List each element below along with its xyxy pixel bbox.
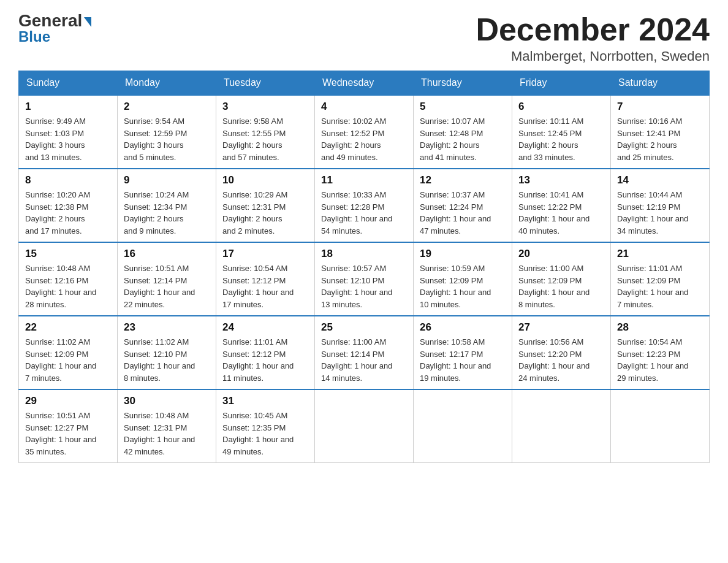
calendar-cell: 15Sunrise: 10:48 AM Sunset: 12:16 PM Day… — [19, 242, 118, 316]
calendar-cell: 3Sunrise: 9:58 AM Sunset: 12:55 PM Dayli… — [216, 95, 315, 169]
day-number: 8 — [25, 174, 111, 186]
day-info: Sunrise: 10:29 AM Sunset: 12:31 PM Dayli… — [222, 189, 308, 237]
calendar-cell: 11Sunrise: 10:33 AM Sunset: 12:28 PM Day… — [315, 169, 414, 242]
day-number: 4 — [321, 101, 407, 113]
week-row-2: 8Sunrise: 10:20 AM Sunset: 12:38 PM Dayl… — [19, 169, 710, 242]
calendar-cell — [414, 389, 512, 463]
calendar-cell: 7Sunrise: 10:16 AM Sunset: 12:41 PM Dayl… — [611, 95, 710, 169]
day-number: 19 — [420, 248, 506, 260]
calendar-cell: 18Sunrise: 10:57 AM Sunset: 12:10 PM Day… — [315, 242, 414, 316]
day-info: Sunrise: 10:56 AM Sunset: 12:20 PM Dayli… — [518, 336, 604, 384]
day-info: Sunrise: 10:48 AM Sunset: 12:31 PM Dayli… — [124, 410, 210, 458]
calendar-cell: 30Sunrise: 10:48 AM Sunset: 12:31 PM Day… — [118, 389, 216, 463]
weekday-header-saturday: Saturday — [611, 71, 710, 96]
calendar-cell: 10Sunrise: 10:29 AM Sunset: 12:31 PM Day… — [216, 169, 315, 242]
day-info: Sunrise: 10:58 AM Sunset: 12:17 PM Dayli… — [420, 336, 506, 384]
calendar-cell: 13Sunrise: 10:41 AM Sunset: 12:22 PM Day… — [512, 169, 611, 242]
calendar-cell — [315, 389, 414, 463]
calendar-cell: 16Sunrise: 10:51 AM Sunset: 12:14 PM Day… — [118, 242, 216, 316]
week-row-5: 29Sunrise: 10:51 AM Sunset: 12:27 PM Day… — [19, 389, 710, 463]
day-number: 1 — [25, 101, 111, 113]
day-info: Sunrise: 9:49 AM Sunset: 1:03 PM Dayligh… — [25, 115, 111, 163]
calendar-cell: 14Sunrise: 10:44 AM Sunset: 12:19 PM Day… — [611, 169, 710, 242]
logo-line1: General — [18, 12, 91, 29]
calendar-cell — [512, 389, 611, 463]
day-info: Sunrise: 10:51 AM Sunset: 12:27 PM Dayli… — [25, 410, 111, 458]
calendar-cell: 25Sunrise: 11:00 AM Sunset: 12:14 PM Day… — [315, 316, 414, 389]
day-number: 22 — [25, 321, 111, 334]
day-number: 31 — [222, 395, 308, 407]
day-info: Sunrise: 10:16 AM Sunset: 12:41 PM Dayli… — [617, 115, 703, 163]
calendar-cell: 27Sunrise: 10:56 AM Sunset: 12:20 PM Day… — [512, 316, 611, 389]
day-number: 14 — [617, 174, 703, 186]
day-info: Sunrise: 10:11 AM Sunset: 12:45 PM Dayli… — [518, 115, 604, 163]
logo-line2: Blue — [18, 28, 50, 45]
day-number: 9 — [124, 174, 210, 186]
weekday-header-row: SundayMondayTuesdayWednesdayThursdayFrid… — [19, 71, 710, 96]
day-number: 10 — [222, 174, 308, 186]
calendar-cell: 1Sunrise: 9:49 AM Sunset: 1:03 PM Daylig… — [19, 95, 118, 169]
day-info: Sunrise: 10:57 AM Sunset: 12:10 PM Dayli… — [321, 262, 407, 310]
weekday-header-thursday: Thursday — [414, 71, 512, 96]
day-number: 25 — [321, 321, 407, 334]
day-number: 5 — [420, 101, 506, 113]
day-info: Sunrise: 10:45 AM Sunset: 12:35 PM Dayli… — [222, 410, 308, 458]
day-number: 3 — [222, 101, 308, 113]
day-info: Sunrise: 11:02 AM Sunset: 12:10 PM Dayli… — [124, 336, 210, 384]
week-row-4: 22Sunrise: 11:02 AM Sunset: 12:09 PM Day… — [19, 316, 710, 389]
day-info: Sunrise: 11:02 AM Sunset: 12:09 PM Dayli… — [25, 336, 111, 384]
calendar-cell: 2Sunrise: 9:54 AM Sunset: 12:59 PM Dayli… — [118, 95, 216, 169]
day-number: 17 — [222, 248, 308, 260]
calendar-cell: 23Sunrise: 11:02 AM Sunset: 12:10 PM Day… — [118, 316, 216, 389]
day-info: Sunrise: 11:00 AM Sunset: 12:09 PM Dayli… — [518, 262, 604, 310]
day-number: 2 — [124, 101, 210, 113]
day-number: 6 — [518, 101, 604, 113]
day-number: 13 — [518, 174, 604, 186]
day-number: 27 — [518, 321, 604, 334]
day-info: Sunrise: 10:07 AM Sunset: 12:48 PM Dayli… — [420, 115, 506, 163]
calendar-cell: 17Sunrise: 10:54 AM Sunset: 12:12 PM Day… — [216, 242, 315, 316]
day-info: Sunrise: 11:01 AM Sunset: 12:09 PM Dayli… — [617, 262, 703, 310]
calendar-cell: 9Sunrise: 10:24 AM Sunset: 12:34 PM Dayl… — [118, 169, 216, 242]
day-info: Sunrise: 10:44 AM Sunset: 12:19 PM Dayli… — [617, 189, 703, 237]
day-info: Sunrise: 10:59 AM Sunset: 12:09 PM Dayli… — [420, 262, 506, 310]
day-info: Sunrise: 10:48 AM Sunset: 12:16 PM Dayli… — [25, 262, 111, 310]
calendar-cell: 24Sunrise: 11:01 AM Sunset: 12:12 PM Day… — [216, 316, 315, 389]
calendar-cell: 5Sunrise: 10:07 AM Sunset: 12:48 PM Dayl… — [414, 95, 512, 169]
page-header: General Blue December 2024 Malmberget, N… — [18, 12, 710, 64]
weekday-header-monday: Monday — [118, 71, 216, 96]
calendar-cell: 19Sunrise: 10:59 AM Sunset: 12:09 PM Day… — [414, 242, 512, 316]
day-info: Sunrise: 10:41 AM Sunset: 12:22 PM Dayli… — [518, 189, 604, 237]
day-number: 15 — [25, 248, 111, 260]
day-number: 12 — [420, 174, 506, 186]
day-info: Sunrise: 10:51 AM Sunset: 12:14 PM Dayli… — [124, 262, 210, 310]
day-number: 16 — [124, 248, 210, 260]
logo: General Blue — [18, 12, 91, 45]
day-number: 30 — [124, 395, 210, 407]
day-info: Sunrise: 10:54 AM Sunset: 12:23 PM Dayli… — [617, 336, 703, 384]
day-number: 21 — [617, 248, 703, 260]
day-info: Sunrise: 10:20 AM Sunset: 12:38 PM Dayli… — [25, 189, 111, 237]
calendar-cell: 31Sunrise: 10:45 AM Sunset: 12:35 PM Day… — [216, 389, 315, 463]
calendar-cell: 4Sunrise: 10:02 AM Sunset: 12:52 PM Dayl… — [315, 95, 414, 169]
day-info: Sunrise: 9:58 AM Sunset: 12:55 PM Daylig… — [222, 115, 308, 163]
day-number: 24 — [222, 321, 308, 334]
month-title: December 2024 — [476, 12, 710, 47]
day-info: Sunrise: 10:37 AM Sunset: 12:24 PM Dayli… — [420, 189, 506, 237]
week-row-3: 15Sunrise: 10:48 AM Sunset: 12:16 PM Day… — [19, 242, 710, 316]
weekday-header-friday: Friday — [512, 71, 611, 96]
day-number: 26 — [420, 321, 506, 334]
day-info: Sunrise: 10:54 AM Sunset: 12:12 PM Dayli… — [222, 262, 308, 310]
weekday-header-tuesday: Tuesday — [216, 71, 315, 96]
day-info: Sunrise: 11:01 AM Sunset: 12:12 PM Dayli… — [222, 336, 308, 384]
weekday-header-sunday: Sunday — [19, 71, 118, 96]
day-number: 28 — [617, 321, 703, 334]
calendar-cell — [611, 389, 710, 463]
day-number: 20 — [518, 248, 604, 260]
day-number: 7 — [617, 101, 703, 113]
day-info: Sunrise: 11:00 AM Sunset: 12:14 PM Dayli… — [321, 336, 407, 384]
calendar-cell: 6Sunrise: 10:11 AM Sunset: 12:45 PM Dayl… — [512, 95, 611, 169]
calendar-cell: 28Sunrise: 10:54 AM Sunset: 12:23 PM Day… — [611, 316, 710, 389]
calendar-cell: 26Sunrise: 10:58 AM Sunset: 12:17 PM Day… — [414, 316, 512, 389]
day-info: Sunrise: 10:33 AM Sunset: 12:28 PM Dayli… — [321, 189, 407, 237]
